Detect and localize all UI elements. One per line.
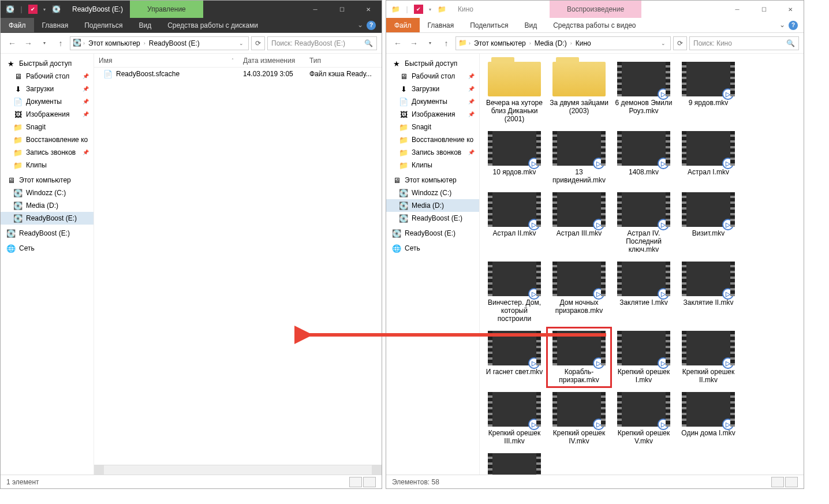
chevron-right-icon[interactable]: › [83, 40, 85, 46]
chevron-right-icon[interactable]: › [529, 40, 531, 46]
ribbon-tab-share[interactable]: Поделиться [462, 18, 516, 32]
view-icons-button[interactable] [363, 477, 376, 487]
video-item[interactable]: ▷ Винчестер. Дом, который построили приз… [483, 259, 546, 325]
video-item[interactable]: ▷ Крепкий орешек II.mkv [677, 328, 740, 386]
nav-back-button[interactable]: ← [5, 36, 19, 50]
sidebar-drive-root[interactable]: 💽ReadyBoost (E:) [1, 227, 94, 240]
video-item[interactable]: ▷ Крепкий орешек V.mkv [613, 390, 675, 447]
sidebar-drive[interactable]: 💽ReadyBoost (E:) [386, 212, 479, 225]
search-icon[interactable]: 🔍 [786, 39, 795, 47]
video-item[interactable]: ▷ Крепкий орешек III.mkv [483, 390, 546, 447]
help-icon[interactable]: ? [789, 21, 798, 30]
maximize-button[interactable]: ☐ [750, 1, 777, 18]
video-item[interactable]: ▷ И гаснет свет.mkv [483, 328, 546, 386]
sidebar-item[interactable]: 📄Документы📌 [386, 95, 479, 108]
sidebar-item[interactable]: ⬇Загрузки📌 [1, 83, 94, 95]
video-item[interactable]: ▷ 6 демонов Эмили Роуз.mkv [613, 59, 675, 125]
minimize-button[interactable]: ─ [724, 1, 750, 18]
video-item[interactable]: ▷ Астрал I.mkv [677, 129, 740, 186]
refresh-button[interactable]: ⟳ [673, 36, 687, 50]
video-item[interactable]: ▷ Астрал II.mkv [483, 190, 546, 256]
col-date[interactable]: Дата изменения [238, 57, 305, 65]
sidebar-item[interactable]: 🖥Рабочий стол📌 [1, 70, 94, 83]
qat-dropdown-icon[interactable]: ▾ [40, 5, 49, 14]
video-item[interactable]: ▷ Корабль-призрак.mkv [548, 328, 610, 386]
sidebar-drive[interactable]: 💽Windozz (C:) [386, 186, 479, 199]
search-input[interactable]: Поиск: Кино 🔍 [689, 36, 799, 50]
ribbon-tab-view[interactable]: Вид [516, 18, 545, 32]
checkbox-icon[interactable]: ✔ [414, 5, 423, 14]
ribbon-tab-view[interactable]: Вид [130, 18, 159, 32]
video-item[interactable]: ▷ Один дома I.mkv [677, 390, 740, 447]
ribbon-expand-icon[interactable]: ⌄ [779, 21, 785, 30]
refresh-button[interactable]: ⟳ [251, 36, 265, 50]
col-name[interactable]: Имя [99, 57, 112, 65]
sidebar-item[interactable]: 📁Snagit [1, 121, 94, 133]
video-item[interactable]: ▷ Заклятие II.mkv [677, 259, 740, 325]
sidebar-network[interactable]: 🌐Сеть [1, 242, 94, 255]
titlebar[interactable]: 📁 | ✔ ▾ 📁 Кино Воспроизведение ─ ☐ ✕ [386, 1, 804, 18]
sidebar-network[interactable]: 🌐Сеть [386, 242, 479, 255]
close-button[interactable]: ✕ [355, 1, 382, 18]
file-row[interactable]: 📄ReadyBoost.sfcache 14.03.2019 3:05 Файл… [94, 68, 382, 80]
sort-asc-icon[interactable]: ˄ [231, 58, 234, 63]
sidebar-drive[interactable]: 💽Windozz (C:) [1, 186, 94, 199]
sidebar-this-pc[interactable]: 🖥Этот компьютер [386, 174, 479, 186]
checkbox-icon[interactable]: ✔ [28, 5, 38, 14]
sidebar-quick-access[interactable]: ★Быстрый доступ [1, 57, 94, 70]
ribbon-tab-home[interactable]: Главная [34, 18, 77, 32]
breadcrumb-dropdown-icon[interactable]: ⌄ [661, 40, 666, 46]
sidebar-item[interactable]: 📁Клипы [1, 159, 94, 171]
view-details-button[interactable] [349, 477, 362, 487]
breadcrumb[interactable]: 💽 › Этот компьютер › ReadyBoost (E:) ⌄ [70, 36, 249, 50]
sidebar-item[interactable]: ⬇Загрузки📌 [386, 83, 479, 95]
sidebar-item[interactable]: 🖥Рабочий стол📌 [386, 70, 479, 83]
nav-up-button[interactable]: ↑ [439, 36, 453, 50]
video-item[interactable]: ▷ Визит.mkv [677, 190, 740, 256]
chevron-right-icon[interactable]: › [144, 40, 145, 46]
sidebar-this-pc[interactable]: 🖥Этот компьютер [1, 174, 94, 186]
sidebar-item[interactable]: 📁Запись звонков📌 [1, 146, 94, 159]
file-tab[interactable]: Файл [386, 18, 420, 32]
sidebar-drive[interactable]: 💽ReadyBoost (E:) [1, 212, 94, 225]
sidebar-item[interactable]: 📁Snagit [386, 121, 479, 133]
ribbon-tab-drivetools[interactable]: Средства работы с дисками [159, 18, 266, 32]
sidebar-item[interactable]: 📁Клипы [386, 159, 479, 171]
folder-item[interactable]: За двумя зайцами (2003) [548, 59, 610, 125]
video-item[interactable]: ▷ Астрал III.mkv [548, 190, 610, 256]
breadcrumb-seg[interactable]: Media (D:) [532, 39, 569, 47]
breadcrumb[interactable]: 📁 › Этот компьютер › Media (D:) › Кино ⌄ [455, 36, 671, 50]
file-tab[interactable]: Файл [1, 18, 34, 32]
ribbon-tab-share[interactable]: Поделиться [76, 18, 130, 32]
nav-forward-button[interactable]: → [407, 36, 421, 50]
close-button[interactable]: ✕ [777, 1, 804, 18]
sidebar-item[interactable]: 🖼Изображения📌 [386, 108, 479, 121]
nav-back-button[interactable]: ← [391, 36, 405, 50]
ribbon-tab-home[interactable]: Главная [420, 18, 462, 32]
titlebar[interactable]: 💽 | ✔ ▾ 💽 ReadyBoost (E:) Управление ─ ☐… [1, 1, 382, 18]
horizontal-scrollbar[interactable] [94, 465, 382, 475]
sidebar-drive[interactable]: 💽Media (D:) [1, 199, 94, 212]
breadcrumb-seg[interactable]: Этот компьютер [86, 39, 143, 47]
help-icon[interactable]: ? [367, 21, 376, 30]
video-item[interactable]: ▷ Крепкий орешек I.mkv [613, 328, 675, 386]
qat-dropdown-icon[interactable]: ▾ [425, 5, 435, 14]
contextual-tab[interactable]: Управление [130, 1, 203, 18]
nav-forward-button[interactable]: → [21, 36, 35, 50]
sidebar-item[interactable]: 🖼Изображения📌 [1, 108, 94, 121]
maximize-button[interactable]: ☐ [328, 1, 355, 18]
nav-history-icon[interactable]: ▾ [423, 36, 437, 50]
nav-up-button[interactable]: ↑ [54, 36, 68, 50]
contextual-tab[interactable]: Воспроизведение [550, 1, 641, 18]
video-item[interactable]: ▷ 10 ярдов.mkv [483, 129, 546, 186]
video-item[interactable]: ▷ Астрал IV. Последний ключ.mkv [613, 190, 675, 256]
breadcrumb-dropdown-icon[interactable]: ⌄ [239, 40, 244, 46]
chevron-right-icon[interactable]: › [570, 40, 572, 46]
chevron-right-icon[interactable]: › [469, 40, 470, 46]
sidebar-drive[interactable]: 💽Media (D:) [386, 199, 479, 212]
breadcrumb-seg[interactable]: Этот компьютер [472, 39, 528, 47]
sidebar-item[interactable]: 📁Восстановление ко [386, 133, 479, 146]
video-item[interactable]: ▷ 13 привидений.mkv [548, 129, 610, 186]
sidebar-drive-root[interactable]: 💽ReadyBoost (E:) [386, 227, 479, 240]
video-item[interactable]: ▷ Крепкий орешек IV.mkv [548, 390, 610, 447]
